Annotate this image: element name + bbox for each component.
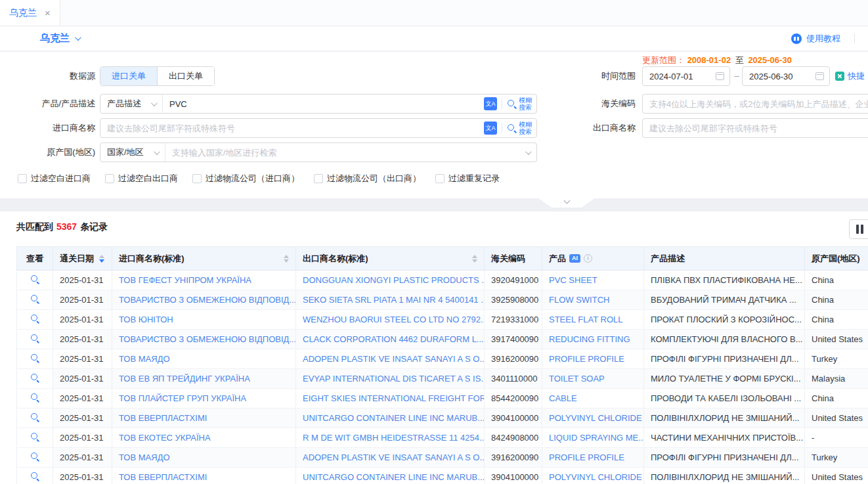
chevron-down-icon[interactable] [75,34,81,41]
checkbox-box[interactable] [192,174,202,183]
importer-link[interactable]: ТОВ ЕВЕРПЛАСТХІМІ [119,472,207,482]
sort-icons[interactable] [284,255,289,263]
search-icon [30,452,40,462]
shortcut-icon [835,72,844,81]
exporter-link[interactable]: ADOPEN PLASTIK VE INSAAT SANAYI A S O... [303,452,485,462]
exporter-link[interactable]: UNITCARGO CONTAINER LINE INC MARUB... [303,472,485,482]
view-record-button[interactable] [29,411,41,426]
col-clearance-date[interactable]: 通关日期 [53,247,112,271]
import-declarations-tab[interactable]: 进口关单 [100,67,157,85]
product-link[interactable]: PROFILE PROFILE [549,452,624,462]
col-importer[interactable]: 进口商名称(标准) [112,247,296,271]
product-search-input[interactable] [163,99,484,109]
importer-link[interactable]: ТОВ МАЯДО [119,354,170,364]
product-link[interactable]: FLOW SWITCH [549,295,609,305]
product-description: ПЛІВКА ПВХ ПЛАСТИФІКОВАНА НЕ... [644,271,805,290]
exporter-link[interactable]: DONGGUAN XIONGYI PLASTIC PRODUCTS ... [303,275,485,285]
close-tab-icon[interactable]: × [45,7,51,18]
product-link[interactable]: TOILET SOAP [549,374,605,384]
checkbox-box[interactable] [105,174,114,183]
filter-checkbox[interactable]: 过滤重复记录 [435,173,500,185]
exporter-link[interactable]: SEKO SIETA SRL PIATA 1 MAI NR 4 5400141 … [303,295,485,305]
importer-name-input[interactable] [100,123,484,133]
importer-link[interactable]: ТОВАРИСТВО З ОБМЕЖЕНОЮ ВІДПОВІД... [119,334,296,344]
date-to-input[interactable] [749,72,815,81]
table-row: 2025-01-31 ТОВАРИСТВО З ОБМЕЖЕНОЮ ВІДПОВ… [17,330,868,349]
importer-link[interactable]: ТОВАРИСТВО З ОБМЕЖЕНОЮ ВІДПОВІД... [119,295,296,305]
origin-input-group: 国家/地区 [100,143,537,162]
importer-link[interactable]: ТОВ ЕВЕРПЛАСТХІМІ [119,413,207,423]
filter-panel: 更新范围： 2008-01-02 至 2025-06-30 数据源 进口关单 出… [0,52,868,198]
collapse-panel-button[interactable] [538,198,596,208]
product-link[interactable]: STEEL FLAT ROLL [549,315,622,324]
col-exporter[interactable]: 出口商名称(标准) [296,247,485,271]
fuzzy-search-button[interactable]: 模糊搜索 [507,121,536,135]
exporter-link[interactable]: WENZHOU BAORUI STEEL CO LTD NO 2792... [303,315,485,324]
view-record-button[interactable] [29,293,41,307]
date-from-field[interactable] [642,66,730,86]
origin-country: Malaysia [805,369,868,389]
product-link[interactable]: REDUCING FITTING [549,334,630,344]
product-link[interactable]: CABLE [549,393,577,403]
view-record-button[interactable] [29,352,41,366]
export-declarations-tab[interactable]: 出口关单 [157,67,214,85]
search-icon [30,472,40,481]
date-from-input[interactable] [649,72,716,81]
country-selector-label[interactable]: 乌克兰 [40,32,70,45]
translate-icon[interactable]: 文A [484,121,497,135]
view-record-button[interactable] [29,431,41,445]
filter-checkbox-row: 过滤空白进口商 过滤空白出口商 过滤物流公司（进口商） 过滤物流公司（出口商） … [18,173,500,185]
tutorial-link[interactable]: 使用教程 [791,33,855,45]
importer-link[interactable]: ТОВ ЕВ ЯП ТРЕЙДИНГ УКРАЇНА [119,374,250,384]
checkbox-box[interactable] [18,174,27,183]
exporter-link[interactable]: ADOPEN PLASTIK VE INSAAT SANAYI A S O... [303,354,485,364]
filter-checkbox[interactable]: 过滤物流公司（进口商） [192,173,299,185]
product-type-select[interactable]: 产品描述 [100,95,163,113]
hs-code-input[interactable] [642,94,868,114]
exporter-link[interactable]: R M DE WIT GMBH HEIDESTRASSE 11 4254... [303,433,485,443]
sort-icons[interactable] [99,255,104,263]
exporter-link[interactable]: CLACK CORPORATION 4462 DURAFORM L... [303,334,484,344]
product-link[interactable]: PROFILE PROFILE [549,354,624,364]
origin-country: United States [805,408,868,428]
translate-icon[interactable]: 文A [484,97,497,110]
importer-link[interactable]: ТОВ ГЕФЕСТ УНІПРОМ УКРАЇНА [119,275,251,285]
tab-bar: 乌克兰 × [0,0,868,26]
product-link[interactable]: LIQUID SPRAYING ME... [549,433,644,443]
fuzzy-search-button[interactable]: 模糊搜索 [507,97,536,111]
exporter-link[interactable]: EVYAP INTERNATIONAL DIS TICARET A S IS..… [303,374,485,384]
country-tab[interactable]: 乌克兰 × [0,0,60,26]
importer-link[interactable]: ТОВ ЕКОТЕС УКРАЇНА [119,433,211,443]
info-icon[interactable]: i [584,254,592,263]
origin-country-input[interactable] [165,148,525,158]
view-record-button[interactable] [29,470,41,484]
view-record-button[interactable] [29,391,41,406]
product-link[interactable]: POLYVINYL CHLORIDE [549,413,642,423]
checkbox-box[interactable] [314,174,323,183]
table-row: 2025-01-31 ТОВ ЮНІТОН WENZHOU BAORUI STE… [17,310,868,330]
filter-checkbox[interactable]: 过滤物流公司（出口商） [314,173,421,185]
table-settings-button[interactable] [849,219,868,239]
view-record-button[interactable] [29,273,41,288]
table-header-row: 查看 通关日期 进口商名称(标准) 出口商名称(标准) 海关编码 [17,247,868,271]
checkbox-box[interactable] [435,174,445,183]
sort-icons[interactable] [472,255,477,263]
importer-link[interactable]: ТОВ ЮНІТОН [119,315,173,324]
origin-type-select[interactable]: 国家/地区 [100,143,165,162]
filter-checkbox[interactable]: 过滤空白出口商 [105,173,178,185]
view-record-button[interactable] [29,332,41,347]
exporter-name-input[interactable] [642,118,868,138]
view-record-button[interactable] [29,372,41,386]
date-to-field[interactable] [742,66,830,86]
filter-checkbox[interactable]: 过滤空白进口商 [18,173,91,185]
importer-link[interactable]: ТОВ ПЛАЙСТЕР ГРУП УКРАЇНА [119,393,246,403]
product-link[interactable]: PVC SHEET [549,275,597,285]
quick-select-button[interactable]: 快捷 [835,66,865,86]
exporter-link[interactable]: UNITCARGO CONTAINER LINE INC MARUB... [303,413,485,423]
importer-link[interactable]: ТОВ МАЯДО [119,452,170,462]
view-record-button[interactable] [29,313,41,327]
view-record-button[interactable] [29,451,41,465]
exporter-link[interactable]: EIGHT SKIES INTERNATIONAL FREIGHT FOR... [303,393,485,403]
origin-country: China [805,271,868,290]
product-link[interactable]: POLYVINYL CHLORIDE [549,472,642,482]
